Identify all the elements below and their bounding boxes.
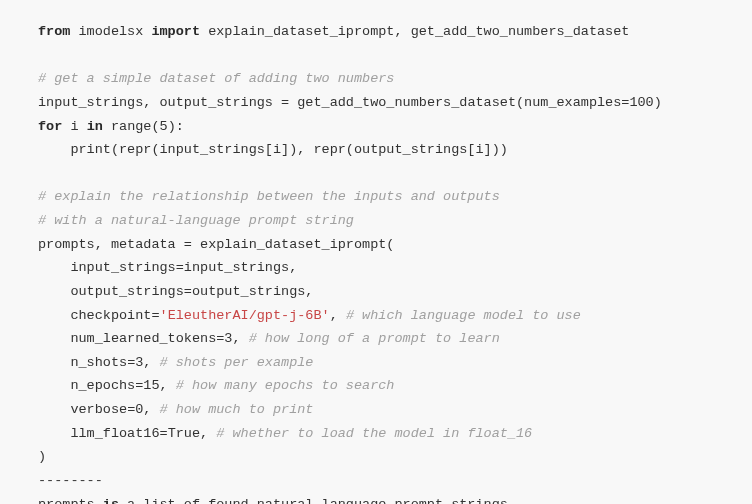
code-text: ): (168, 119, 184, 134)
code-text: -------- (38, 473, 103, 488)
code-text: , (160, 378, 176, 393)
code-text: output_strings (38, 284, 184, 299)
comment: # whether to load the model in float_16 (216, 426, 532, 441)
code-text: True (168, 426, 200, 441)
code-text: ) (38, 449, 46, 464)
number-literal: 100 (629, 95, 653, 110)
import-names: explain_dataset_iprompt, get_add_two_num… (200, 24, 629, 39)
code-text: input_strings, (184, 260, 297, 275)
code-text: get_add_two_numbers_dataset(num_examples (289, 95, 621, 110)
code-text: range( (103, 119, 160, 134)
code-text: prompts (38, 497, 103, 505)
code-text: , (330, 308, 346, 323)
code-text: a list of found natural-language prompt … (119, 497, 508, 505)
comment: # shots per example (160, 355, 314, 370)
comment: # with a natural-language prompt string (38, 213, 354, 228)
comment: # which language model to use (346, 308, 581, 323)
code-text: , (143, 402, 159, 417)
operator: = (160, 426, 168, 441)
code-text: print(repr(input_strings[i]), repr(outpu… (38, 142, 508, 157)
keyword-for: for (38, 119, 62, 134)
code-text: input_strings, output_strings (38, 95, 281, 110)
string-literal: 'EleutherAI/gpt-j-6B' (160, 308, 330, 323)
code-text: num_learned_tokens (38, 331, 216, 346)
code-text: verbose (38, 402, 127, 417)
code-text: prompts, metadata (38, 237, 184, 252)
operator: = (184, 284, 192, 299)
code-text: i (62, 119, 86, 134)
module-name: imodelsx (70, 24, 151, 39)
comment: # how long of a prompt to learn (249, 331, 500, 346)
number-literal: 15 (143, 378, 159, 393)
comment: # get a simple dataset of adding two num… (38, 71, 394, 86)
operator: = (176, 260, 184, 275)
code-text: checkpoint (38, 308, 151, 323)
code-text: , (143, 355, 159, 370)
code-text: n_epochs (38, 378, 135, 393)
keyword-from: from (38, 24, 70, 39)
keyword-in: in (87, 119, 103, 134)
code-text: llm_float16 (38, 426, 160, 441)
operator: = (281, 95, 289, 110)
keyword-import: import (151, 24, 200, 39)
operator: = (151, 308, 159, 323)
code-text: explain_dataset_iprompt( (192, 237, 395, 252)
code-text: input_strings (38, 260, 176, 275)
code-text: ) (654, 95, 662, 110)
code-text: , (200, 426, 216, 441)
comment: # how many epochs to search (176, 378, 395, 393)
code-text: , (232, 331, 248, 346)
number-literal: 5 (160, 119, 168, 134)
comment: # explain the relationship between the i… (38, 189, 500, 204)
code-text: output_strings, (192, 284, 314, 299)
code-block: from imodelsx import explain_dataset_ipr… (38, 20, 714, 504)
keyword-is: is (103, 497, 119, 505)
comment: # how much to print (160, 402, 314, 417)
operator: = (184, 237, 192, 252)
code-text: n_shots (38, 355, 127, 370)
